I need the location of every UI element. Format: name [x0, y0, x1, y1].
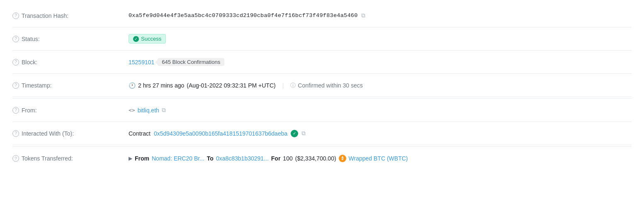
interacted-with-label: Interacted With (To): [22, 130, 74, 137]
timestamp-label: Timestamp: [22, 82, 52, 89]
tokens-transferred-label-col: ? Tokens Transferred: [12, 155, 129, 162]
timestamp-help-icon[interactable]: ? [12, 82, 19, 89]
from-code-icon: <> [129, 107, 135, 113]
status-help-icon[interactable]: ? [12, 36, 19, 42]
transaction-hash-value: 0xa5fe9d044e4f3e5aa5bc4c0709333cd2190cba… [129, 12, 358, 19]
interacted-with-value-col: Contract 0x5d94309e5a0090b165fa418151970… [129, 130, 632, 137]
token-to-label: To [207, 155, 214, 162]
timestamp-separator: | [282, 82, 284, 89]
from-address-copy-icon[interactable]: ⧉ [162, 107, 166, 114]
block-label-col: ? Block: [12, 59, 129, 66]
transaction-hash-row: ? Transaction Hash: 0xa5fe9d044e4f3e5aa5… [12, 4, 632, 27]
confirmed-info-icon: ⓘ [290, 82, 296, 89]
tokens-transferred-label: Tokens Transferred: [22, 155, 73, 162]
token-name-link[interactable]: Wrapped BTC (WBTC) [349, 155, 408, 162]
clock-icon: 🕐 [129, 82, 136, 89]
tokens-transferred-row: ? Tokens Transferred: ▶ From Nomad: ERC2… [12, 147, 632, 170]
transaction-hash-copy-icon[interactable]: ⧉ [361, 12, 365, 19]
contract-address-link[interactable]: 0x5d94309e5a0090b165fa4181519701637b6dae… [154, 130, 287, 137]
token-to-address-link[interactable]: 0xa8c83b1b30291... [216, 155, 269, 162]
interacted-with-help-icon[interactable]: ? [12, 130, 19, 137]
timestamp-value-col: 🕐 2 hrs 27 mins ago (Aug-01-2022 09:32:3… [129, 82, 632, 89]
from-label-col: ? From: [12, 107, 129, 114]
block-label: Block: [22, 59, 37, 66]
token-amount: 100 [283, 155, 292, 162]
token-from-address-link[interactable]: Nomad: ERC20 Br... [152, 155, 204, 162]
interacted-with-row: ? Interacted With (To): Contract 0x5d943… [12, 122, 632, 145]
block-value-col: 15259101 645 Block Confirmations [129, 58, 632, 66]
timestamp-text: 🕐 2 hrs 27 mins ago (Aug-01-2022 09:32:3… [129, 82, 276, 89]
confirmed-within-text: Confirmed within 30 secs [298, 82, 362, 89]
transaction-hash-value-col: 0xa5fe9d044e4f3e5aa5bc4c0709333cd2190cba… [129, 12, 632, 19]
block-confirmations-badge: 645 Block Confirmations [158, 58, 224, 66]
status-label: Status: [22, 36, 40, 42]
timestamp-full: (Aug-01-2022 09:32:31 PM +UTC) [187, 82, 275, 89]
token-for-label: For [271, 155, 281, 162]
block-help-icon[interactable]: ? [12, 59, 19, 66]
token-transfer-arrow-icon: ▶ [129, 156, 132, 161]
from-help-icon[interactable]: ? [12, 107, 19, 114]
status-check-icon: ✓ [133, 36, 139, 42]
from-row: ? From: <> bitliq.eth ⧉ [12, 99, 632, 122]
block-number-link[interactable]: 15259101 [129, 59, 154, 66]
status-label-col: ? Status: [12, 36, 129, 42]
status-row: ? Status: ✓ Success [12, 27, 632, 51]
status-text: Success [141, 36, 161, 42]
token-from-label: From [135, 155, 149, 162]
tokens-transferred-help-icon[interactable]: ? [12, 155, 19, 162]
timestamp-row: ? Timestamp: 🕐 2 hrs 27 mins ago (Aug-01… [12, 74, 632, 97]
transaction-hash-label: Transaction Hash: [22, 12, 68, 19]
token-usd-value: ($2,334,700.00) [295, 155, 336, 162]
from-value-col: <> bitliq.eth ⧉ [129, 107, 632, 114]
timestamp-label-col: ? Timestamp: [12, 82, 129, 89]
from-address-link[interactable]: bitliq.eth [138, 107, 159, 114]
block-confirmations-text: 645 Block Confirmations [162, 59, 220, 65]
contract-label: Contract [129, 130, 151, 137]
contract-verified-icon: ✓ [291, 130, 298, 137]
wbtc-icon: ₿ [339, 155, 346, 162]
tokens-transferred-value-col: ▶ From Nomad: ERC20 Br... To 0xa8c83b1b3… [129, 155, 632, 162]
interacted-with-label-col: ? Interacted With (To): [12, 130, 129, 137]
status-badge: ✓ Success [129, 34, 166, 44]
confirmed-text: ⓘ Confirmed within 30 secs [290, 82, 362, 89]
transaction-hash-help-icon[interactable]: ? [12, 12, 19, 19]
block-row: ? Block: 15259101 645 Block Confirmation… [12, 51, 632, 74]
timestamp-ago: 2 hrs 27 mins ago [138, 82, 184, 89]
transaction-detail-page: ? Transaction Hash: 0xa5fe9d044e4f3e5aa5… [0, 0, 644, 174]
from-label: From: [22, 107, 37, 114]
contract-address-copy-icon[interactable]: ⧉ [301, 130, 306, 137]
status-value-col: ✓ Success [129, 34, 632, 44]
transaction-hash-label-col: ? Transaction Hash: [12, 12, 129, 19]
